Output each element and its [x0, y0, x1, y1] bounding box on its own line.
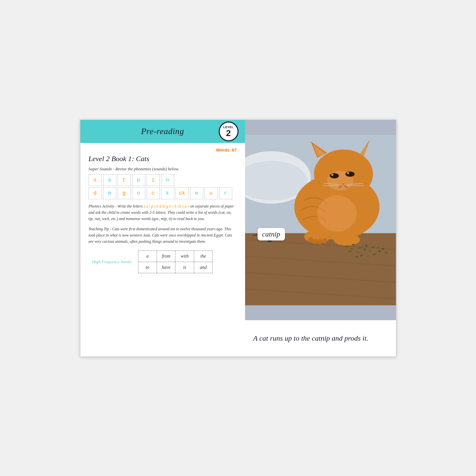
header-bar: Pre-reading LEVEL 2 [80, 120, 245, 143]
phonemes-grid: s a t p i n d m g o c k ck e u r [89, 174, 237, 199]
phoneme-d: d [89, 187, 102, 199]
hf-a: a [138, 251, 157, 262]
svg-point-27 [308, 237, 313, 242]
phoneme-g: g [118, 187, 131, 199]
hf-have: have [157, 262, 175, 273]
phoneme-n: n [161, 174, 174, 186]
svg-point-48 [369, 249, 371, 251]
phoneme-k: k [161, 187, 174, 199]
high-freq-label: High Frequency Words [89, 259, 131, 265]
phoneme-m: m [103, 187, 116, 199]
svg-point-17 [331, 174, 333, 176]
phonemes-row-1: s a t p i n [89, 174, 237, 186]
svg-point-49 [377, 247, 378, 248]
right-panel: catnip A cat runs up to the catnip and p… [245, 120, 396, 356]
svg-point-29 [317, 239, 322, 244]
phonemes-row-2: d m g o c k ck e u r [89, 187, 237, 199]
hf-from: from [157, 251, 175, 262]
sentence-text: A cat runs up to the catnip and prods it… [253, 333, 369, 344]
phoneme-i: i [147, 174, 160, 186]
level-number: 2 [226, 129, 231, 137]
teaching-tip: Teaching Tip - Cats were first domestica… [89, 226, 237, 245]
cat-image-area: catnip [245, 120, 396, 320]
svg-point-26 [333, 234, 360, 245]
words-count-value: 67 [232, 148, 237, 153]
level-badge: LEVEL 2 [219, 122, 238, 141]
phoneme-c: c [147, 187, 160, 199]
svg-point-47 [362, 245, 363, 247]
hf-the: the [194, 251, 212, 262]
book-title: Level 2 Book 1: Cats [89, 154, 237, 163]
activity-text: Phonics Activity - Write the letters s a… [89, 203, 237, 222]
high-freq-grid: a from with the to have is and [138, 250, 213, 273]
hf-with: with [175, 251, 194, 262]
hf-and: and [194, 262, 212, 273]
svg-point-18 [347, 172, 349, 174]
phoneme-e: e [190, 187, 203, 199]
activity-highlight: s a t p i n d m g o c k ck e u r [144, 204, 189, 209]
words-count: Words: 67 [89, 148, 237, 153]
activity-prefix: Phonics Activity - Write the letters [89, 204, 144, 209]
phoneme-u: u [205, 187, 218, 199]
cat-illustration [245, 120, 396, 320]
phoneme-s: s [89, 174, 102, 186]
header-title: Pre-reading [141, 126, 184, 136]
phoneme-ck: ck [176, 187, 189, 199]
high-freq-section: High Frequency Words a from with the to … [89, 250, 237, 273]
page-wrapper: Pre-reading LEVEL 2 Words: 67 Level 2 Bo… [80, 120, 396, 357]
phoneme-p: p [132, 174, 145, 186]
hf-to: to [138, 262, 157, 273]
sentence-area: A cat runs up to the catnip and prods it… [245, 320, 396, 356]
left-content: Words: 67 Level 2 Book 1: Cats Super Sou… [80, 143, 245, 350]
phoneme-a: a [103, 174, 116, 186]
phoneme-o: o [132, 187, 145, 199]
words-count-label: Words: [216, 148, 231, 153]
svg-point-46 [350, 248, 352, 250]
svg-point-30 [322, 238, 327, 243]
catnip-label: catnip [258, 228, 285, 240]
phoneme-t: t [118, 174, 131, 186]
svg-point-28 [313, 238, 318, 244]
phoneme-r: r [219, 187, 232, 199]
left-panel: Pre-reading LEVEL 2 Words: 67 Level 2 Bo… [80, 120, 245, 356]
svg-point-15 [329, 173, 339, 178]
svg-point-24 [317, 195, 356, 232]
hf-is: is [175, 262, 194, 273]
super-sounds-label: Super Sounds - Revise the phonemes (soun… [89, 166, 237, 172]
svg-point-16 [345, 171, 354, 177]
